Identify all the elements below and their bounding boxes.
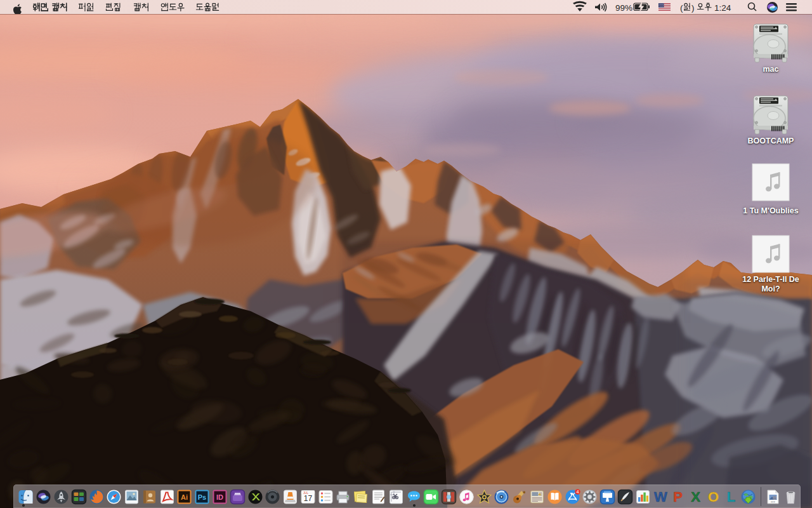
svg-text:RTF: RTF: [771, 500, 775, 503]
svg-text:L: L: [726, 489, 735, 505]
svg-text:): ): [691, 3, 695, 13]
svg-text:(: (: [680, 3, 683, 13]
svg-text:4: 4: [576, 489, 579, 495]
svg-text:X: X: [691, 489, 700, 505]
svg-text:Ps: Ps: [198, 493, 206, 501]
svg-text:1:24: 1:24: [714, 3, 731, 13]
svg-text:17: 17: [304, 494, 313, 503]
svg-text:O: O: [708, 489, 719, 505]
svg-text:99%: 99%: [615, 3, 632, 13]
svg-text:P: P: [673, 489, 683, 505]
svg-text:W: W: [654, 489, 667, 505]
svg-text:ID: ID: [216, 493, 223, 501]
svg-text:Ai: Ai: [181, 493, 188, 501]
